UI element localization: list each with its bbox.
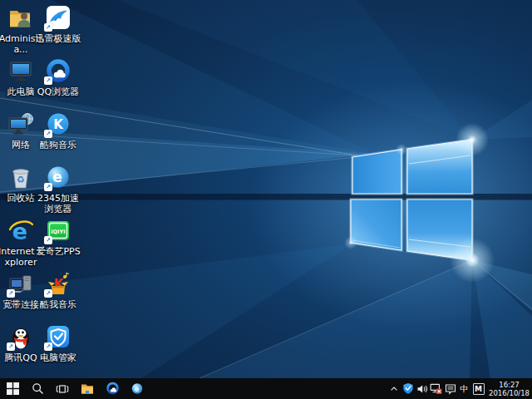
start-button[interactable] (0, 378, 25, 399)
xunlei-bird-icon: ↗ (44, 5, 72, 32)
windows-logo-icon (7, 382, 19, 395)
tray-ime-mode[interactable]: M (471, 378, 485, 399)
file-explorer-icon (81, 383, 94, 395)
search-button[interactable] (25, 378, 50, 399)
svg-text:e: e (135, 384, 140, 392)
desktop-icon-qq-browser[interactable]: ↗ QQ浏览器 (35, 58, 81, 98)
ime-language-indicator: 中 (461, 383, 469, 395)
broadband-connection-icon: ↗ (7, 271, 35, 298)
qq-browser-icon (106, 382, 120, 396)
system-tray: 中 M 16:27 2016/10/18 (387, 378, 532, 399)
desktop-icon-label: QQ浏览器 (35, 87, 81, 98)
qq-browser-taskbar-button[interactable] (100, 378, 125, 399)
user-folder-icon (7, 5, 35, 32)
shortcut-arrow-icon: ↗ (44, 236, 52, 244)
tray-chevron-button[interactable] (387, 378, 401, 399)
taskbar-left: e (0, 378, 150, 399)
task-view-button[interactable] (50, 378, 75, 399)
desktop-icon-kugou[interactable]: K ↗ 酷狗音乐 (35, 111, 81, 151)
iqiyi-pps-icon: iQIYI ↗ (44, 218, 72, 244)
shield-icon (402, 382, 414, 395)
tray-pc-manager[interactable] (401, 378, 415, 399)
2345-browser-icon: e ↗ (44, 165, 72, 191)
svg-text:♻: ♻ (17, 175, 25, 185)
chevron-up-icon (389, 384, 399, 394)
clock-date: 2016/10/18 (489, 389, 530, 397)
network-icon (7, 111, 35, 138)
qq-browser-icon: ↗ (44, 58, 72, 85)
desktop-icon-kuwo[interactable]: K ↗ 酷我音乐 (35, 271, 81, 311)
2345-browser-icon: e (131, 382, 144, 396)
tray-action-center[interactable] (443, 378, 457, 399)
desktop-icon-xunlei[interactable]: ↗ 迅雷极速版 (35, 5, 81, 45)
shortcut-arrow-icon: ↗ (44, 23, 52, 32)
2345-browser-taskbar-button[interactable]: e (125, 378, 150, 399)
shortcut-arrow-icon: ↗ (44, 289, 52, 298)
desktop-icon-iqiyi[interactable]: iQIYI ↗ 爱奇艺PPS (35, 218, 81, 258)
desktop[interactable]: Administra... 此电脑 网络 (0, 0, 532, 399)
shortcut-arrow-icon: ↗ (7, 342, 15, 351)
task-view-icon (56, 383, 69, 395)
tray-network[interactable] (429, 378, 443, 399)
shortcut-arrow-icon: ↗ (44, 130, 52, 138)
desktop-icon-pc-manager[interactable]: ↗ 电脑管家 (35, 324, 81, 364)
svg-text:K: K (53, 117, 64, 132)
ime-mode-indicator: M (473, 383, 485, 395)
internet-explorer-icon: e (7, 218, 35, 244)
search-icon (32, 382, 44, 395)
svg-text:iQIYI: iQIYI (51, 229, 65, 235)
desktop-icon-label: 迅雷极速版 (35, 34, 81, 45)
this-pc-icon (7, 58, 35, 85)
tray-ime-language[interactable]: 中 (457, 378, 471, 399)
desktop-icon-label: 2345加速浏览器 (35, 194, 81, 214)
shortcut-arrow-icon: ↗ (44, 76, 52, 85)
desktop-icon-label: 电脑管家 (35, 353, 81, 364)
shortcut-arrow-icon: ↗ (44, 342, 52, 351)
shortcut-arrow-icon: ↗ (7, 289, 15, 298)
desktop-icon-2345-browser[interactable]: e ↗ 2345加速浏览器 (35, 165, 81, 214)
taskbar: e (0, 378, 532, 399)
tray-volume[interactable] (415, 378, 429, 399)
file-explorer-button[interactable] (75, 378, 100, 399)
pc-manager-shield-icon: ↗ (44, 324, 72, 351)
desktop-icon-label: 爱奇艺PPS (35, 247, 81, 258)
action-center-icon (445, 383, 456, 395)
speaker-icon (416, 383, 428, 395)
shortcut-arrow-icon: ↗ (44, 183, 52, 191)
desktop-icon-label: 酷狗音乐 (35, 140, 81, 151)
kugou-music-icon: K ↗ (44, 111, 72, 138)
kuwo-music-icon: K ↗ (44, 271, 72, 298)
qq-penguin-icon: ↗ (7, 324, 35, 351)
clock-time: 16:27 (489, 381, 530, 389)
recycle-bin-icon: ♻ (7, 165, 35, 191)
tray-clock[interactable]: 16:27 2016/10/18 (489, 381, 530, 397)
svg-text:e: e (52, 169, 62, 185)
desktop-icon-label: 酷我音乐 (35, 300, 81, 311)
network-disconnected-icon (430, 382, 442, 395)
